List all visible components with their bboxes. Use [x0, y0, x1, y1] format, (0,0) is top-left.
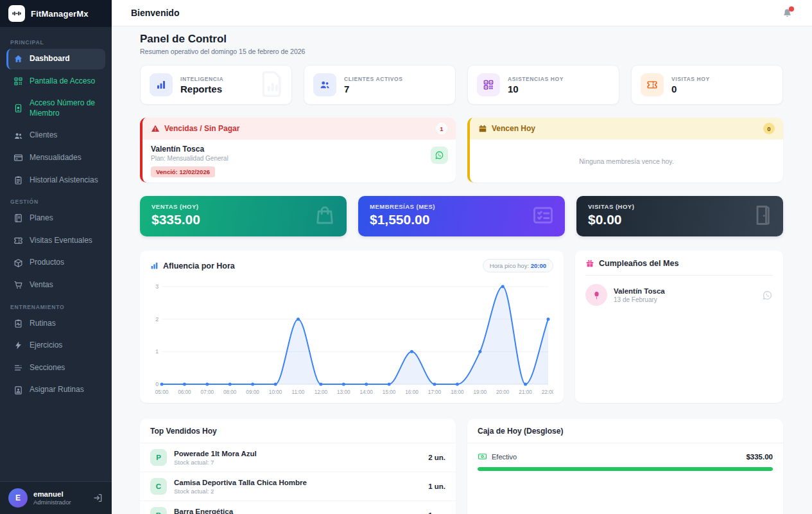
user-role: Administrador — [33, 499, 87, 506]
sidebar-item-label: Acceso Número de Miembro — [30, 98, 100, 118]
afluencia-chart-card: Afluencia por Hora Hora pico hoy: 20:00 … — [140, 251, 564, 403]
svg-text:10:00: 10:00 — [269, 389, 282, 395]
stat-card-inteligencia[interactable]: INTELIGENCIA Reportes — [140, 65, 292, 105]
stat-card-asistencias-hoy[interactable]: ASISTENCIAS HOY 10 — [467, 65, 619, 105]
clipboard-pulse-icon — [13, 319, 23, 328]
sidebar-item-productos[interactable]: Productos — [6, 253, 105, 273]
stat-value: Reportes — [180, 84, 223, 94]
logout-icon[interactable] — [93, 493, 103, 503]
sidebar-item-clientes[interactable]: Clientes — [6, 125, 105, 146]
svg-text:0: 0 — [155, 381, 159, 387]
svg-text:05:00: 05:00 — [155, 389, 169, 395]
logo-bar: FitManagerMx — [0, 0, 112, 27]
due-today-empty-text: Ninguna membresía vence hoy. — [470, 139, 783, 182]
svg-text:3: 3 — [155, 283, 159, 290]
stat-card-visitas-hoy[interactable]: VISITAS HOY 0 — [631, 65, 783, 105]
cash-row: Efectivo $335.00 — [478, 452, 773, 471]
banknote-icon — [478, 452, 487, 461]
sidebar-item-secciones[interactable]: Secciones — [6, 358, 105, 378]
sidebar-item-label: Rutinas — [30, 319, 56, 329]
top-sold-title: Top Vendidos Hoy — [140, 419, 456, 443]
svg-text:11:00: 11:00 — [292, 389, 305, 395]
card-list-icon — [531, 204, 555, 229]
sidebar-item-dashboard[interactable]: Dashboard — [6, 49, 105, 69]
balloon-icon — [585, 284, 607, 306]
user-name: emanuel — [33, 490, 87, 498]
whatsapp-icon[interactable] — [762, 290, 773, 301]
money-label: VENTAS (HOY) — [151, 203, 335, 210]
money-card-dark: VISITAS (HOY) $0.00 — [576, 196, 783, 236]
svg-text:22:00: 22:00 — [542, 389, 553, 395]
stat-value: 0 — [671, 84, 710, 94]
nav-section-label: PRINCIPAL — [10, 39, 101, 46]
stat-label: VISITAS HOY — [671, 76, 710, 82]
svg-text:21:00: 21:00 — [519, 389, 532, 395]
sidebar-item-label: Asignar Rutinas — [30, 385, 84, 395]
sidebar-item-label: Visitas Eventuales — [30, 236, 92, 246]
qr-scan-icon — [13, 76, 23, 86]
sidebar-item-label: Secciones — [30, 363, 65, 373]
topbar: Bienvenido — [112, 0, 812, 26]
sidebar-item-rutinas[interactable]: Rutinas — [6, 314, 105, 334]
peak-hour-value: 20:00 — [531, 262, 546, 269]
cash-card: Caja de Hoy (Desglose) Efectivo $335.00 — [467, 419, 783, 514]
svg-text:09:00: 09:00 — [246, 389, 259, 395]
money-card-green: VENTAS (HOY) $335.00 — [140, 196, 347, 236]
bar-chart-icon — [150, 261, 159, 270]
top-sold-row: C Camisa Deportiva Talla Chica Hombre St… — [140, 472, 456, 501]
stats-grid: INTELIGENCIA Reportes CLIENTES ACTIVOS 7… — [140, 65, 783, 105]
stat-card-clientes-activos[interactable]: CLIENTES ACTIVOS 7 — [304, 65, 456, 105]
product-name: Powerade 1lt Mora Azul — [174, 450, 421, 457]
svg-text:14:00: 14:00 — [359, 389, 373, 395]
svg-text:17:00: 17:00 — [428, 389, 442, 395]
whatsapp-icon[interactable] — [431, 146, 448, 164]
clipboard-icon — [13, 175, 23, 185]
bottom-row: Top Vendidos Hoy P Powerade 1lt Mora Azu… — [140, 419, 783, 514]
avatar: E — [8, 488, 28, 508]
sidebar-item-asignar-rutinas[interactable]: Asignar Rutinas — [6, 380, 105, 400]
sidebar-nav: PRINCIPALDashboardPantalla de AccesoAcce… — [0, 27, 112, 481]
svg-text:06:00: 06:00 — [178, 389, 191, 395]
money-label: VISITAS (HOY) — [588, 203, 772, 210]
svg-text:20:00: 20:00 — [496, 389, 510, 395]
stat-value: 10 — [508, 84, 564, 94]
sidebar-item-label: Productos — [30, 258, 64, 268]
sidebar-item-pantalla-de-acceso[interactable]: Pantalla de Acceso — [6, 71, 105, 92]
sidebar-item-acceso-n-mero-de-miembro[interactable]: Acceso Número de Miembro — [6, 93, 105, 123]
ticket-icon — [13, 236, 23, 245]
alerts-grid: Vencidas / Sin Pagar 1 Valentín Tosca Pl… — [140, 118, 783, 182]
sidebar-item-label: Mensualidades — [30, 153, 82, 163]
sidebar-item-ventas[interactable]: Ventas — [6, 275, 105, 296]
due-today-card: Vencen Hoy 0 Ninguna membresía vence hoy… — [467, 118, 783, 182]
sidebar-item-ejercicios[interactable]: Ejercicios — [6, 335, 105, 356]
product-qty: 2 un. — [428, 454, 445, 461]
sidebar-item-label: Ventas — [30, 280, 53, 290]
top-sold-card: Top Vendidos Hoy P Powerade 1lt Mora Azu… — [140, 419, 456, 514]
overdue-count-badge: 1 — [436, 123, 447, 134]
notifications-bell-icon[interactable] — [782, 8, 793, 19]
notebook-icon — [13, 213, 23, 223]
list-icon — [13, 363, 23, 373]
sidebar-item-planes[interactable]: Planes — [6, 208, 105, 229]
product-initial-badge: P — [150, 449, 167, 466]
topbar-title: Bienvenido — [131, 8, 179, 18]
sidebar-item-historial-asistencias[interactable]: Historial Asistencias — [6, 170, 105, 191]
cash-progress-track — [478, 467, 773, 471]
sidebar-item-visitas-eventuales[interactable]: Visitas Eventuales — [6, 231, 105, 251]
sidebar-item-label: Pantalla de Acceso — [30, 76, 95, 87]
svg-text:15:00: 15:00 — [383, 389, 396, 395]
nav-section-label: ENTRENAMIENTO — [10, 304, 101, 310]
afluencia-chart-svg: 012305:0006:0007:0008:0009:0010:0011:001… — [150, 281, 553, 396]
credit-card-icon — [13, 153, 23, 163]
money-value: $0.00 — [588, 212, 772, 227]
sidebar-item-label: Historial Asistencias — [30, 175, 98, 186]
svg-text:18:00: 18:00 — [451, 389, 464, 395]
stat-label: INTELIGENCIA — [180, 76, 223, 82]
app-title: FitManagerMx — [31, 9, 89, 19]
svg-text:13:00: 13:00 — [337, 389, 350, 395]
book-user-icon — [13, 386, 23, 395]
product-initial-badge: C — [150, 478, 167, 495]
sidebar-item-mensualidades[interactable]: Mensualidades — [6, 148, 105, 168]
charts-row: Afluencia por Hora Hora pico hoy: 20:00 … — [140, 251, 783, 403]
due-today-title: Vencen Hoy — [492, 124, 535, 133]
